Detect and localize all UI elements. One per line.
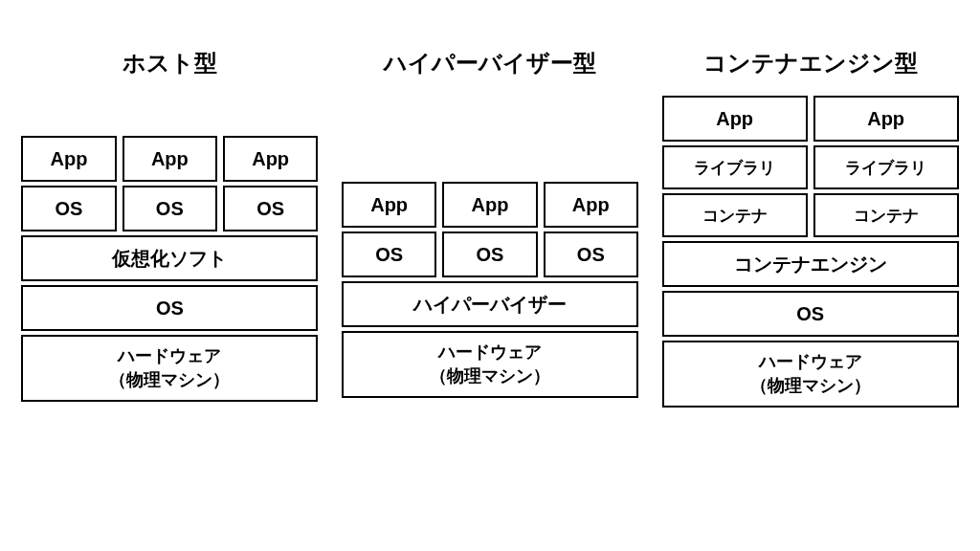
vm-hyper-1: App OS — [342, 182, 436, 277]
app-box: App — [223, 136, 318, 182]
container-box: コンテナ — [813, 193, 959, 237]
vm-hyper-2: App OS — [442, 182, 537, 277]
pod-row: App ライブラリ コンテナ App ライブラリ コンテナ — [662, 96, 959, 237]
pod-2: App ライブラリ コンテナ — [813, 96, 959, 237]
app-box: App — [442, 182, 537, 228]
hw-line1: ハードウェア — [118, 344, 221, 368]
app-box: App — [21, 136, 116, 182]
app-box: App — [544, 182, 638, 228]
hw-line1: ハードウェア — [759, 350, 862, 374]
hw-line2: （物理マシン） — [109, 368, 230, 392]
engine-box: コンテナエンジン — [662, 241, 959, 287]
os-box: OS — [544, 231, 638, 277]
title-host: ホスト型 — [122, 48, 217, 78]
app-box: App — [813, 96, 959, 142]
os-box: OS — [122, 186, 217, 231]
vm-row-host: App OS App OS App OS — [21, 136, 318, 231]
vm-row-hyper: App OS App OS App OS — [342, 182, 638, 277]
lib-box: ライブラリ — [662, 145, 808, 189]
app-box: App — [122, 136, 217, 182]
title-hypervisor: ハイパーバイザー型 — [384, 48, 596, 78]
diagram-container: ホスト型 App OS App OS App OS — [0, 0, 980, 436]
virt-soft-box: 仮想化ソフト — [21, 235, 318, 281]
column-container: コンテナエンジン型 App ライブラリ コンテナ App ライブラリ コンテナ — [662, 48, 959, 408]
host-os-box: OS — [21, 285, 318, 331]
vm-host-2: App OS — [122, 136, 217, 231]
hw-line2: （物理マシン） — [430, 364, 550, 388]
os-box: OS — [21, 186, 116, 231]
hypervisor-box: ハイパーバイザー — [342, 281, 638, 327]
os-box: OS — [442, 231, 537, 277]
vm-hyper-3: App OS — [544, 182, 638, 277]
os-box: OS — [342, 231, 436, 277]
hw-box: ハードウェア （物理マシン） — [662, 341, 959, 408]
host-os-box: OS — [662, 291, 959, 337]
hw-box: ハードウェア （物理マシン） — [21, 335, 318, 402]
vm-host-3: App OS — [223, 136, 318, 231]
vm-host-1: App OS — [21, 136, 116, 231]
column-hypervisor: ハイパーバイザー型 App OS App OS App OS — [342, 48, 638, 408]
stack-container: App ライブラリ コンテナ App ライブラリ コンテナ コンテナエンジン O… — [662, 96, 959, 408]
column-host: ホスト型 App OS App OS App OS — [21, 48, 318, 408]
pod-1: App ライブラリ コンテナ — [662, 96, 808, 237]
app-box: App — [662, 96, 808, 142]
hw-box: ハードウェア （物理マシン） — [342, 331, 638, 398]
title-container: コンテナエンジン型 — [703, 48, 918, 78]
hw-line1: ハードウェア — [438, 341, 542, 364]
container-box: コンテナ — [662, 193, 808, 237]
stack-hypervisor: App OS App OS App OS ハイパーバイザー — [342, 182, 638, 398]
os-box: OS — [223, 186, 318, 231]
app-box: App — [342, 182, 436, 228]
lib-box: ライブラリ — [813, 145, 959, 189]
hw-line2: （物理マシン） — [750, 374, 871, 398]
stack-host: App OS App OS App OS 仮想化ソフト OS — [21, 136, 318, 402]
